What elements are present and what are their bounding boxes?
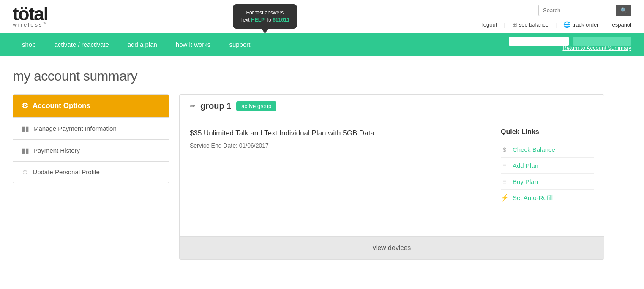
quick-link-add-plan[interactable]: ≡ Add Plan [501,158,594,174]
plan-name: $35 Unlimited Talk and Text Individual P… [190,128,484,138]
card-icon: ▮▮ [22,124,29,132]
main-content: my account summary ⚙ Account Options ▮▮ … [0,56,617,273]
page-title: my account summary [13,68,604,84]
quick-links: Quick Links $ Check Balance ≡ Add Plan ≡… [501,128,594,226]
logo-total-text: tötal [13,5,48,23]
search-button[interactable]: 🔍 [616,5,631,16]
logo: tötal wireless™ [13,5,48,28]
search-bar: 🔍 [538,5,631,16]
logo-o: ö [18,5,29,23]
help-tooltip: For fast answers Text HELP To 611611 [233,4,297,29]
sidebar-item-manage-payment[interactable]: ▮▮ Manage Payment Information [13,117,169,139]
nav-welcome: Welcome [509,38,631,45]
username-hidden [573,37,631,46]
gear-icon: ⚙ [22,101,28,111]
quick-link-check-balance[interactable]: $ Check Balance [501,142,594,158]
track-order-link[interactable]: track order [572,22,598,28]
nav-how-it-works[interactable]: how it works [166,33,220,56]
bolt-icon: ⚡ [501,194,508,202]
list-icon-buy: ≡ [501,178,508,185]
nav-right: Welcome Return to Account Summary [509,34,631,54]
service-end-date: Service End Date: 01/06/2017 [190,142,484,149]
header: tötal wireless™ For fast answers Text HE… [0,0,644,33]
search-input[interactable] [538,5,614,16]
list-icon-add: ≡ [501,162,508,169]
logout-link[interactable]: logout [482,22,497,28]
group-panel: ✏ group 1 active group $35 Unlimited Tal… [179,94,604,260]
edit-icon: ✏ [190,102,195,110]
sidebar-header: ⚙ Account Options [13,95,169,117]
nav-shop[interactable]: shop [13,33,45,56]
history-icon: ▮▮ [22,146,29,154]
sidebar: ⚙ Account Options ▮▮ Manage Payment Info… [13,94,169,183]
nav-return-link[interactable]: Return to Account Summary [562,45,631,51]
espanol-link[interactable]: español [612,22,631,28]
group-header: ✏ group 1 active group [180,95,604,118]
sidebar-item-payment-history[interactable]: ▮▮ Payment History [13,139,169,161]
see-balance-link[interactable]: see balance [519,22,548,28]
quick-link-buy-plan[interactable]: ≡ Buy Plan [501,174,594,190]
active-group-badge: active group [236,101,276,111]
nav-bar: shop activate / reactivate add a plan ho… [0,33,644,56]
nav-links: shop activate / reactivate add a plan ho… [13,33,259,56]
nav-add-plan[interactable]: add a plan [118,33,166,56]
person-icon: ☺ [22,168,28,176]
tooltip-content: For fast answers Text HELP To 611611 [240,9,290,24]
quick-link-auto-refill[interactable]: ⚡ Set Auto-Refill [501,190,594,206]
view-devices-button[interactable]: view devices [180,236,604,259]
globe-icon: 🌐 [563,21,570,28]
nav-support[interactable]: support [220,33,259,56]
quick-links-title: Quick Links [501,128,594,136]
nav-activate[interactable]: activate / reactivate [45,33,118,56]
header-right: 🔍 logout | ⊞ see balance | 🌐 track order… [482,5,631,28]
top-links: logout | ⊞ see balance | 🌐 track order e… [482,21,631,28]
plan-info: $35 Unlimited Talk and Text Individual P… [190,128,484,226]
grid-icon: ⊞ [512,21,517,28]
sidebar-item-update-profile[interactable]: ☺ Update Personal Profile [13,161,169,183]
group-body: $35 Unlimited Talk and Text Individual P… [180,118,604,236]
dollar-icon: $ [501,146,508,153]
content-layout: ⚙ Account Options ▮▮ Manage Payment Info… [13,94,604,260]
